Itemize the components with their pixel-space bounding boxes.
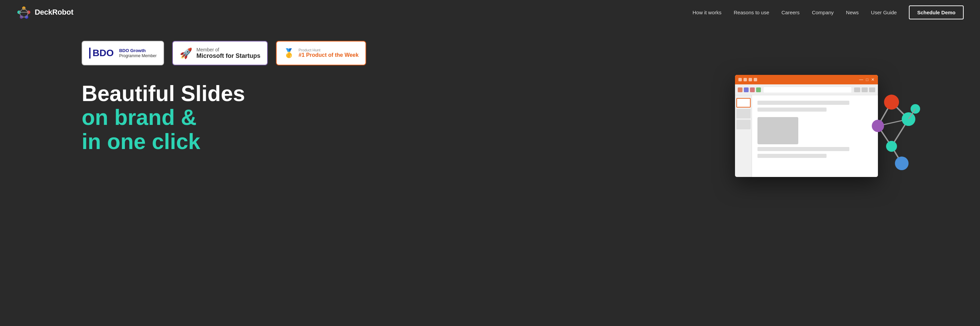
logo[interactable]: DeckRobot [16,5,73,20]
win-close: ✕ [871,77,875,82]
microsoft-text: Member of Microsoft for Startups [196,47,260,60]
window-titlebar: — □ ✕ [735,75,878,84]
toolbar-spacer [764,87,851,92]
window-toolbar [735,84,878,95]
ms-line2: Microsoft for Startups [196,52,260,60]
slide-line-2 [757,108,827,111]
window-controls-left [738,78,757,81]
win-maximize: □ [866,77,869,82]
slide-shape [757,117,798,144]
svg-point-20 [886,141,897,152]
hero-line2: on brand & [82,105,245,129]
slide-line-3 [757,147,850,151]
toolbar-icon-2 [744,87,749,92]
hero-line1: Beautiful Slides [82,82,245,105]
nav-link-company[interactable]: Company [812,10,834,15]
ms-line1: Member of [196,47,260,52]
nav-link-how-it-works[interactable]: How it works [692,10,721,15]
slide-thumb-2[interactable] [737,109,751,118]
toolbar-icon-1 [738,87,743,92]
svg-point-18 [872,120,884,132]
main-content: BDO BDO Growth Programme Member 🚀 Member… [0,24,980,153]
bdo-line1: BDO Growth [119,48,156,53]
svg-line-6 [24,8,29,12]
nav-links: How it works Reasons to use Careers Comp… [692,5,964,19]
microsoft-badge[interactable]: 🚀 Member of Microsoft for Startups [172,41,268,65]
win-ctrl-1 [738,78,742,81]
svg-line-5 [19,8,24,12]
win-minimize: — [859,77,863,82]
hero-text: Beautiful Slides on brand & in one click [82,82,245,153]
win-ctrl-4 [754,78,757,81]
schedule-demo-button[interactable]: Schedule Demo [909,5,964,19]
nav-link-reasons-to-use[interactable]: Reasons to use [733,10,769,15]
app-window: — □ ✕ [735,75,878,177]
app-mockup: — □ ✕ [735,75,926,204]
nav-link-user-guide[interactable]: User Guide [871,10,897,15]
logo-icon [16,5,31,20]
molecule-graphic [858,82,926,184]
win-ctrl-2 [743,78,747,81]
bdo-text: BDO Growth Programme Member [119,48,156,58]
ph-rank: #1 Product of the Week [298,52,359,58]
nav-link-careers[interactable]: Careers [782,10,800,15]
logo-text: DeckRobot [35,8,73,17]
ph-label: Product Hunt [298,48,359,52]
producthunt-text: Product Hunt #1 Product of the Week [298,48,359,58]
svg-point-21 [895,157,908,170]
svg-point-17 [884,95,899,110]
medal-icon: 🥇 [283,48,294,59]
window-controls-right: — □ ✕ [859,77,875,82]
hero-line3: in one click [82,130,245,153]
window-sidebar [735,95,752,177]
slide-thumb-1[interactable] [737,98,751,108]
bdo-line2: Programme Member [119,53,156,58]
molecule-svg [858,82,926,184]
bdo-badge[interactable]: BDO BDO Growth Programme Member [82,41,164,65]
slide-line-1 [757,101,850,105]
window-body [735,95,878,177]
producthunt-badge[interactable]: 🥇 Product Hunt #1 Product of the Week [276,41,366,65]
toolbar-icon-3 [750,87,755,92]
toolbar-icon-4 [756,87,761,92]
slide-thumb-3[interactable] [737,120,751,129]
rocket-icon: 🚀 [180,47,192,59]
badges-row: BDO BDO Growth Programme Member 🚀 Member… [82,41,898,65]
hero-section: Beautiful Slides on brand & in one click… [82,82,898,153]
bdo-logo-mark: BDO [89,48,114,59]
slide-line-4 [757,154,827,158]
navigation: DeckRobot How it works Reasons to use Ca… [0,0,980,24]
nav-link-news[interactable]: News [846,10,859,15]
win-ctrl-3 [749,78,752,81]
slide-placeholder [757,101,872,158]
